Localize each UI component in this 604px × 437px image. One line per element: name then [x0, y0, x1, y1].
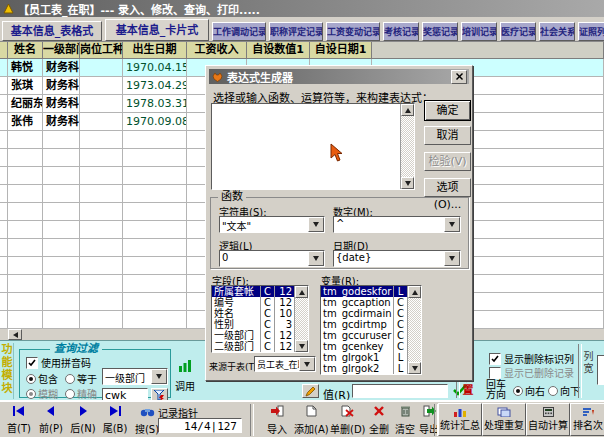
nav-last-button[interactable]: 尾(B): [100, 406, 130, 435]
filter-field-dropdown[interactable]: 一级部门: [102, 368, 168, 385]
dropdown-arrow-icon[interactable]: [308, 217, 324, 232]
list-item[interactable]: 二级部门C12: [212, 341, 294, 352]
cell-job[interactable]: [80, 59, 123, 77]
grid-col-dept[interactable]: 一级部门: [43, 42, 80, 59]
cancel-button[interactable]: 取消: [424, 126, 471, 145]
cell-dept[interactable]: 财务科: [43, 95, 80, 113]
tab-social[interactable]: 社会关系: [539, 22, 575, 41]
expression-scrollbar[interactable]: [400, 104, 414, 189]
dropdown-arrow-icon[interactable]: [444, 217, 460, 232]
dropdown-arrow-icon[interactable]: [444, 251, 460, 266]
list-item[interactable]: 一级部门C12: [212, 330, 294, 341]
tab-training[interactable]: 培训记录: [461, 22, 497, 41]
list-item[interactable]: tm_gcenkeyC: [321, 341, 407, 352]
grid-col-custom-date[interactable]: 自设日期1: [310, 42, 372, 59]
list-item[interactable]: 性别C3: [212, 319, 294, 330]
delete-one-button[interactable]: 单删(D): [330, 405, 364, 436]
variables-list[interactable]: tm_godeskforL tm_gccaptionC tm_gcdirmain…: [320, 285, 422, 375]
dropdown-arrow-icon[interactable]: [308, 251, 324, 266]
pinyin-checkbox[interactable]: 使用拼音码: [26, 355, 91, 370]
call-button[interactable]: 调用: [172, 359, 198, 393]
expression-textarea[interactable]: [211, 103, 415, 190]
dialog-titlebar[interactable]: 表达式生成器: [209, 69, 469, 84]
mode-fuzzy-radio[interactable]: 模糊: [26, 386, 58, 401]
logic-func-dropdown[interactable]: 0: [219, 250, 325, 267]
scroll-down-icon[interactable]: [295, 340, 308, 352]
from-table-dropdown[interactable]: 员工表_在职: [254, 356, 316, 372]
clear-button[interactable]: 清空: [392, 405, 418, 436]
cell-dept[interactable]: 财务科: [43, 59, 80, 77]
grid-col-name[interactable]: 姓名: [8, 42, 43, 59]
tab-basic-table[interactable]: 基本信息_表格式: [2, 21, 102, 41]
expression-text[interactable]: [212, 104, 400, 189]
list-item[interactable]: tm_gccaptionC: [321, 297, 407, 308]
cell-dept[interactable]: 财务科: [43, 77, 80, 95]
date-func-dropdown[interactable]: {date}: [333, 250, 461, 267]
match-contain-radio[interactable]: 包含: [26, 371, 58, 386]
delete-all-button[interactable]: 全删: [366, 405, 392, 436]
stats-summary-button[interactable]: 统计汇总: [438, 403, 482, 436]
list-item[interactable]: tm_glrgok1L: [321, 352, 407, 363]
math-func-dropdown[interactable]: ^: [333, 216, 461, 233]
tab-certificates[interactable]: 证照列表: [578, 22, 604, 41]
value-input[interactable]: [352, 384, 448, 398]
options-button[interactable]: 选项(O)...: [424, 178, 471, 197]
tab-basic-card[interactable]: 基本信息_卡片式: [105, 19, 209, 41]
list-item[interactable]: 所属套帐C12: [212, 286, 294, 297]
scroll-up-icon[interactable]: [408, 286, 421, 298]
grid-hscroll-left-button[interactable]: [8, 329, 22, 340]
cell-birth[interactable]: 1973.04.29: [123, 77, 187, 95]
tab-job-transfer[interactable]: 工作调动记录: [212, 22, 266, 41]
auto-calc-button[interactable]: 自动计算: [526, 403, 570, 436]
nav-first-button[interactable]: 首(T): [4, 406, 34, 435]
cell-birth[interactable]: 1978.03.31: [123, 95, 187, 113]
show-delete-mark-checkbox[interactable]: 显示删除标识列: [489, 351, 574, 366]
grid-col-job[interactable]: 岗位工种: [80, 42, 123, 59]
cell-birth[interactable]: 1970.09.08: [123, 113, 187, 131]
grid-col-custom-num[interactable]: 自设数值1: [247, 42, 310, 59]
cell-name[interactable]: 韩悦: [8, 59, 43, 77]
direction-down-radio[interactable]: 向下: [548, 383, 580, 398]
row-selector[interactable]: [0, 59, 8, 77]
add-button[interactable]: 添加(A): [294, 405, 328, 436]
tab-assessment[interactable]: 考核记录: [383, 22, 419, 41]
nav-next-button[interactable]: 后(N): [68, 406, 98, 435]
mode-exact-radio[interactable]: 精确: [65, 386, 97, 401]
show-deleted-checkbox[interactable]: 显示已删除记录: [489, 365, 574, 380]
column-width-tab[interactable]: 列宽: [583, 351, 595, 391]
scroll-down-icon[interactable]: [401, 177, 414, 189]
direction-right-radio[interactable]: 向右: [513, 383, 545, 398]
list-item[interactable]: tm_gccuruserC: [321, 330, 407, 341]
list-item[interactable]: 编号C12: [212, 297, 294, 308]
match-equal-radio[interactable]: 等于: [65, 371, 97, 386]
dropdown-arrow-icon[interactable]: [299, 357, 315, 371]
list-item[interactable]: tm_gcdirmainC: [321, 308, 407, 319]
scroll-down-icon[interactable]: [408, 362, 421, 374]
cell-dept[interactable]: 财务科: [43, 113, 80, 131]
close-button[interactable]: [451, 70, 467, 84]
dedupe-button[interactable]: 处理重复: [482, 403, 526, 436]
grid-col-birth[interactable]: 出生日期: [123, 42, 187, 59]
tab-medical[interactable]: 医疗记录: [500, 22, 536, 41]
ok-button[interactable]: 确定: [424, 100, 471, 121]
cell-name[interactable]: 纪丽东: [8, 95, 43, 113]
cell-job[interactable]: [80, 77, 123, 95]
cell-name[interactable]: 张伟: [8, 113, 43, 131]
row-selector[interactable]: [0, 95, 8, 113]
row-selector[interactable]: [0, 113, 8, 131]
tab-salary-change[interactable]: 工资变动记录: [326, 22, 380, 41]
edit-value-button[interactable]: [302, 384, 319, 398]
row-selector[interactable]: [0, 77, 8, 95]
rank-button[interactable]: 排名次: [570, 403, 604, 436]
fields-scrollbar[interactable]: [294, 286, 308, 352]
list-item[interactable]: tm_gcdirtmpC: [321, 319, 407, 330]
variables-scrollbar[interactable]: [407, 286, 421, 374]
list-item[interactable]: tm_godeskforL: [321, 286, 407, 297]
fields-list[interactable]: 所属套帐C12 编号C12 姓名C10 性别C3 一级部门C12 二级部门C12: [211, 285, 309, 353]
module-panel-tab[interactable]: 功能模块: [1, 343, 14, 399]
cell-job[interactable]: [80, 95, 123, 113]
dropdown-arrow-icon[interactable]: [151, 369, 167, 384]
nav-prev-button[interactable]: 前(P): [36, 406, 66, 435]
string-func-dropdown[interactable]: "文本": [219, 216, 325, 233]
scroll-up-icon[interactable]: [401, 104, 414, 116]
